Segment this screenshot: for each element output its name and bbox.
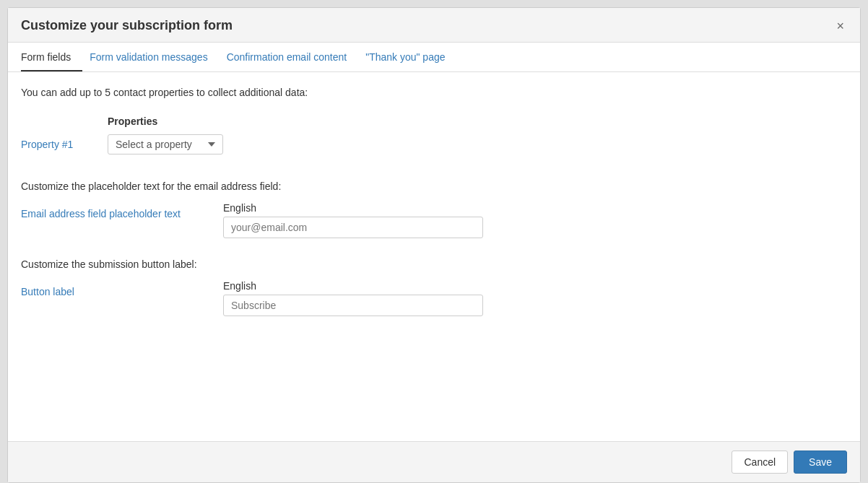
properties-header: Properties <box>108 113 847 130</box>
button-input-area: English <box>223 280 483 316</box>
email-lang-label: English <box>223 202 483 214</box>
modal-body: You can add up to 5 contact properties t… <box>8 72 860 441</box>
email-field-row: Email address field placeholder text Eng… <box>21 202 847 238</box>
section-description: You can add up to 5 contact properties t… <box>21 87 847 98</box>
email-placeholder-input[interactable] <box>223 217 483 238</box>
modal-footer: Cancel Save <box>8 441 860 482</box>
tab-form-validation[interactable]: Form validation messages <box>90 43 219 71</box>
email-input-area: English <box>223 202 483 238</box>
properties-section: Properties Property #1 Select a property <box>21 113 847 159</box>
tabs-bar: Form fields Form validation messages Con… <box>8 43 860 72</box>
button-field-row: Button label English <box>21 280 847 316</box>
tab-confirmation-email[interactable]: Confirmation email content <box>227 43 359 71</box>
email-field-label: Email address field placeholder text <box>21 202 223 219</box>
email-placeholder-section: Customize the placeholder text for the e… <box>21 180 847 238</box>
property-row: Property #1 Select a property <box>21 130 847 159</box>
modal-title: Customize your subscription form <box>21 18 233 33</box>
close-button[interactable]: × <box>833 19 847 32</box>
button-label-input[interactable] <box>223 295 483 316</box>
property-label: Property #1 <box>21 139 108 150</box>
button-lang-label: English <box>223 280 483 292</box>
cancel-button[interactable]: Cancel <box>732 451 788 474</box>
property-select[interactable]: Select a property <box>108 134 223 155</box>
tab-thank-you-page[interactable]: "Thank you" page <box>365 43 456 71</box>
email-section-title: Customize the placeholder text for the e… <box>21 180 847 192</box>
button-section-title: Customize the submission button label: <box>21 258 847 270</box>
save-button[interactable]: Save <box>794 451 847 474</box>
button-label-section: Customize the submission button label: B… <box>21 258 847 316</box>
modal-header: Customize your subscription form × <box>8 8 860 43</box>
button-field-label: Button label <box>21 280 223 297</box>
tab-form-fields[interactable]: Form fields <box>21 43 82 71</box>
properties-column-header: Properties <box>108 116 252 127</box>
